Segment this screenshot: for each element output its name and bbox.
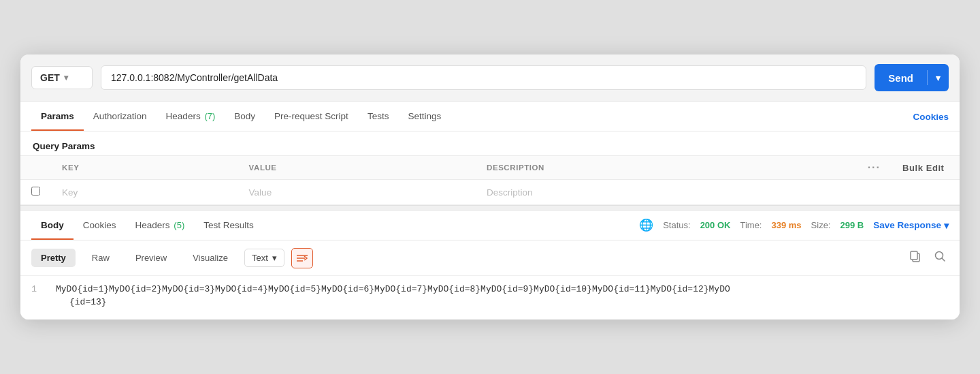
format-pretty-button[interactable]: Pretty [31, 249, 76, 267]
th-description: DESCRIPTION [476, 156, 857, 180]
save-response-chevron-icon: ▾ [944, 220, 949, 231]
search-icon [934, 250, 946, 262]
key-cell[interactable]: Key [51, 180, 238, 205]
copy-icon [909, 250, 921, 262]
time-value: 339 ms [771, 220, 801, 230]
request-tabs-row: Params Authorization Headers (7) Body Pr… [20, 102, 960, 131]
wrap-button[interactable] [291, 248, 313, 268]
format-raw-button[interactable]: Raw [82, 249, 119, 267]
status-value: 200 OK [700, 220, 731, 230]
response-line-1: 1 MyDO{id=1}MyDO{id=2}MyDO{id=3}MyDO{id=… [31, 283, 949, 296]
tab-test-results[interactable]: Test Results [194, 211, 263, 240]
response-code-2: {id=13} [56, 297, 107, 307]
section-divider [20, 205, 960, 211]
method-chevron-icon: ▾ [64, 73, 68, 82]
query-params-label: Query Params [20, 131, 960, 155]
save-response-button[interactable]: Save Response ▾ [873, 220, 949, 231]
th-key: KEY [51, 156, 238, 180]
response-meta: 🌐 Status: 200 OK Time: 339 ms Size: 299 … [639, 218, 949, 232]
wrap-icon [296, 253, 308, 264]
method-select[interactable]: GET ▾ [31, 66, 93, 89]
format-select-chevron-icon: ▾ [272, 253, 277, 263]
th-bulk-edit: Bulk Edit [892, 156, 960, 180]
search-button[interactable] [931, 247, 949, 268]
size-label: Size: [811, 220, 831, 230]
more-options-icon[interactable]: ··· [868, 161, 881, 173]
value-cell[interactable]: Value [238, 180, 476, 205]
tab-params[interactable]: Params [31, 102, 84, 131]
format-preview-button[interactable]: Preview [126, 249, 176, 267]
tab-response-cookies[interactable]: Cookies [74, 211, 126, 240]
svg-rect-4 [911, 251, 917, 260]
response-tabs-row: Body Cookies Headers (5) Test Results 🌐 … [20, 211, 960, 240]
th-more: ··· [857, 156, 892, 180]
response-body: 1 MyDO{id=1}MyDO{id=2}MyDO{id=3}MyDO{id=… [20, 276, 960, 320]
bulk-edit-button[interactable]: Bulk Edit [902, 163, 945, 173]
description-cell[interactable]: Description [476, 180, 857, 205]
send-label: Send [875, 72, 927, 84]
svg-point-5 [936, 252, 943, 260]
globe-icon: 🌐 [639, 218, 653, 232]
row-checkbox-cell [20, 180, 51, 205]
tab-tests[interactable]: Tests [358, 102, 399, 131]
response-code-1: MyDO{id=1}MyDO{id=2}MyDO{id=3}MyDO{id=4}… [56, 284, 730, 294]
headers-badge: (7) [204, 111, 215, 121]
params-table: KEY VALUE DESCRIPTION ··· Bulk Edit [20, 155, 960, 205]
row-more-cell [857, 180, 892, 205]
tab-settings[interactable]: Settings [398, 102, 451, 131]
send-button[interactable]: Send ▾ [875, 64, 949, 91]
format-visualize-button[interactable]: Visualize [183, 249, 238, 267]
url-bar: GET ▾ Send ▾ [20, 54, 960, 102]
main-window: GET ▾ Send ▾ Params Authorization Header… [20, 54, 960, 320]
tab-prerequest[interactable]: Pre-request Script [265, 102, 358, 131]
th-value: VALUE [238, 156, 476, 180]
response-headers-badge: (5) [174, 220, 184, 230]
tab-response-body[interactable]: Body [31, 211, 74, 240]
tab-body[interactable]: Body [225, 102, 265, 131]
format-row: Pretty Raw Preview Visualize Text ▾ [20, 240, 960, 276]
row-bulk-cell [892, 180, 960, 205]
copy-button[interactable] [906, 247, 924, 268]
cookies-link[interactable]: Cookies [913, 102, 949, 130]
format-type-select[interactable]: Text ▾ [244, 249, 284, 267]
tab-headers[interactable]: Headers (7) [157, 102, 225, 131]
line-number-1: 1 [31, 284, 42, 294]
time-label: Time: [740, 220, 762, 230]
send-arrow-icon[interactable]: ▾ [928, 73, 949, 83]
tab-authorization[interactable]: Authorization [84, 102, 157, 131]
table-row: Key Value Description [20, 180, 960, 205]
size-value: 299 B [840, 220, 864, 230]
th-checkbox [20, 156, 51, 180]
svg-line-6 [943, 259, 945, 262]
method-label: GET [40, 72, 60, 83]
url-input[interactable] [101, 65, 866, 90]
response-line-2: 1 {id=13} [31, 296, 949, 309]
row-checkbox[interactable] [31, 187, 40, 196]
tab-response-headers[interactable]: Headers (5) [126, 211, 195, 240]
status-label: Status: [663, 220, 690, 230]
